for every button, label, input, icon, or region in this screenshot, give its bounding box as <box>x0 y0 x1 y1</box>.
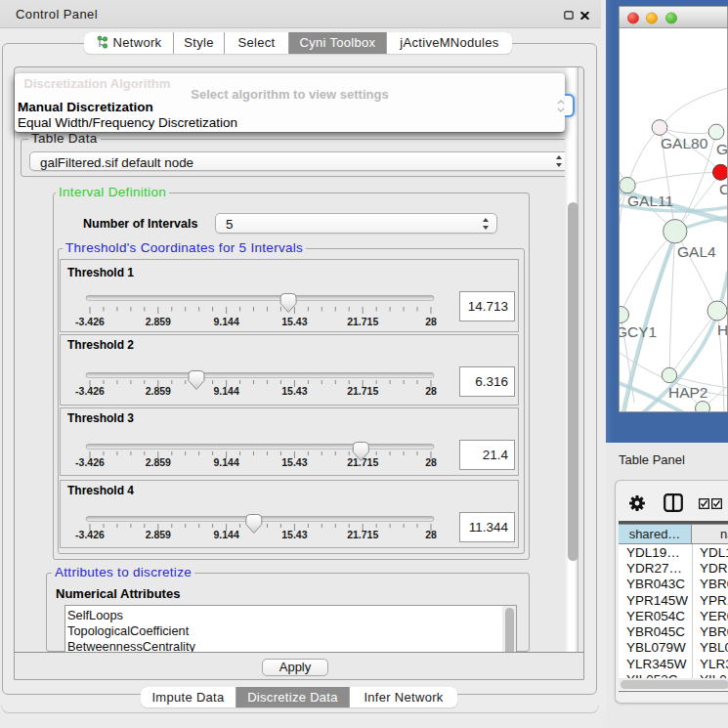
svg-text:28: 28 <box>425 385 437 397</box>
svg-text:21.715: 21.715 <box>347 529 378 540</box>
svg-text:21.715: 21.715 <box>347 385 378 397</box>
svg-text:21.715: 21.715 <box>347 316 378 327</box>
svg-text:28: 28 <box>425 456 437 468</box>
svg-text:H: H <box>717 321 728 338</box>
svg-text:-3.426: -3.426 <box>75 456 105 468</box>
svg-text:9.144: 9.144 <box>213 456 238 468</box>
svg-text:15.43: 15.43 <box>281 529 307 540</box>
svg-text:2.859: 2.859 <box>146 529 171 540</box>
svg-text:GAL80: GAL80 <box>661 135 708 151</box>
svg-text:28: 28 <box>425 316 437 327</box>
svg-text:-3.426: -3.426 <box>75 529 105 540</box>
svg-text:2.859: 2.859 <box>146 316 171 327</box>
svg-text:2.859: 2.859 <box>146 456 171 468</box>
svg-text:GAL11: GAL11 <box>627 193 673 209</box>
svg-text:-3.426: -3.426 <box>75 316 105 327</box>
svg-text:9.144: 9.144 <box>213 529 238 540</box>
svg-text:28: 28 <box>425 529 437 540</box>
svg-text:C: C <box>719 181 728 197</box>
svg-text:GA: GA <box>716 141 728 157</box>
svg-text:GAL4: GAL4 <box>677 243 716 260</box>
svg-text:15.43: 15.43 <box>281 316 307 327</box>
svg-text:-3.426: -3.426 <box>75 385 105 397</box>
svg-text:2.859: 2.859 <box>146 385 171 397</box>
svg-text:15.43: 15.43 <box>281 456 307 468</box>
svg-text:HAP2: HAP2 <box>668 384 708 401</box>
svg-text:9.144: 9.144 <box>213 316 238 327</box>
svg-text:15.43: 15.43 <box>281 385 307 397</box>
svg-text:GCY1: GCY1 <box>619 323 657 340</box>
svg-text:9.144: 9.144 <box>213 385 238 397</box>
